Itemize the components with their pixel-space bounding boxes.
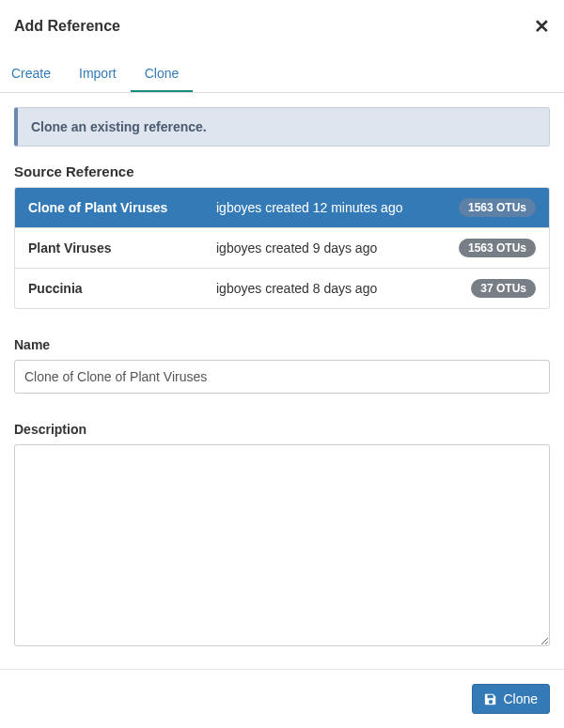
list-item[interactable]: Puccinia igboyes created 8 days ago 37 O… (15, 268, 549, 308)
reference-created: igboyes created 12 minutes ago (216, 200, 459, 215)
clone-button[interactable]: Clone (472, 684, 550, 714)
modal-header: Add Reference ✕ (0, 0, 564, 45)
tab-import[interactable]: Import (65, 56, 131, 92)
reference-name: Clone of Plant Viruses (28, 200, 216, 215)
otu-badge: 1563 OTUs (459, 239, 536, 257)
modal-footer: Clone (0, 669, 564, 728)
description-label: Description (14, 422, 550, 437)
name-label: Name (14, 337, 550, 352)
tabs: Create Import Clone (0, 56, 564, 93)
reference-created: igboyes created 9 days ago (216, 240, 459, 256)
alert-info: Clone an existing reference. (14, 107, 550, 147)
reference-name: Puccinia (28, 281, 216, 296)
tab-body-clone: Clone an existing reference. Source Refe… (0, 93, 564, 663)
name-input[interactable] (14, 360, 550, 394)
reference-created: igboyes created 8 days ago (216, 281, 471, 296)
list-item[interactable]: Plant Viruses igboyes created 9 days ago… (15, 227, 549, 268)
add-reference-modal: Add Reference ✕ Create Import Clone Clon… (0, 0, 564, 663)
close-icon[interactable]: ✕ (534, 17, 550, 36)
otu-badge: 37 OTUs (471, 279, 536, 298)
modal-title: Add Reference (14, 18, 120, 35)
tab-clone[interactable]: Clone (131, 56, 194, 92)
otu-badge: 1563 OTUs (459, 198, 536, 217)
source-reference-heading: Source Reference (14, 163, 550, 179)
reference-name: Plant Viruses (28, 240, 216, 256)
clone-button-label: Clone (503, 691, 538, 706)
description-textarea[interactable] (14, 444, 550, 646)
tab-create[interactable]: Create (11, 56, 65, 92)
save-icon (484, 692, 497, 705)
source-reference-list: Clone of Plant Viruses igboyes created 1… (14, 187, 550, 309)
list-item[interactable]: Clone of Plant Viruses igboyes created 1… (15, 188, 549, 227)
